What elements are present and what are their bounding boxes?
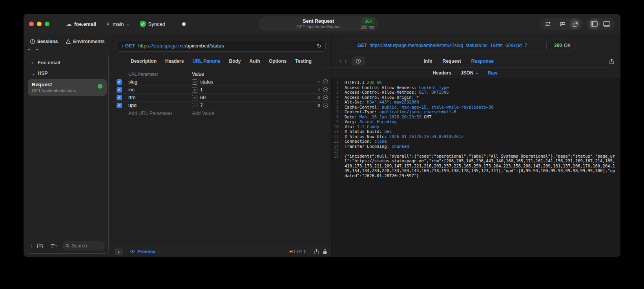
param-name-input[interactable]: rtm — [128, 95, 192, 100]
resend-request-icon[interactable]: ↻ — [317, 43, 321, 49]
branch-selector[interactable]: main ⌄ — [106, 21, 130, 27]
tab-body[interactable]: Body — [229, 58, 241, 64]
toggle-left-sidebar-button[interactable] — [589, 18, 600, 29]
response-method: GET — [358, 43, 367, 48]
code-line: 12X-Status-Now-Utc: 2026-01-26T20:29:59.… — [332, 134, 620, 139]
reorder-handle-icon[interactable]: ≡ — [317, 95, 320, 100]
remove-param-icon[interactable] — [323, 87, 328, 92]
cloud-icon: ☁ — [66, 20, 72, 27]
share-request-button[interactable] — [314, 249, 319, 254]
sort-options-button[interactable] — [51, 244, 58, 248]
add-param-row[interactable]: Add URL Parameter Add Value — [111, 109, 331, 117]
project-switcher[interactable]: ☁ foe.email — [66, 20, 96, 27]
line-text: Access-Control-Allow-Origin: * — [341, 95, 620, 100]
line-text: Vary: Accept-Encoding — [341, 119, 620, 124]
search-input[interactable] — [71, 243, 101, 249]
add-param-name-placeholder[interactable]: Add URL Parameter — [128, 111, 192, 116]
param-checkbox[interactable]: ✓ — [117, 95, 122, 100]
code-line: 7Content-Type: application/json; charset… — [332, 109, 620, 115]
expand-bottom-panel-button[interactable]: ▲ — [115, 249, 122, 254]
clock-icon — [356, 58, 361, 64]
param-name-input[interactable]: slug — [128, 79, 192, 85]
code-line: 16{"incidents":null,"overall":{"code":"o… — [332, 154, 620, 178]
request-url-bar[interactable]: ⇕ GET https://statuspage.me/api/embed/st… — [117, 40, 326, 52]
add-session-button[interactable]: + — [27, 47, 31, 53]
tab-sessions-label: Sessions — [37, 39, 58, 44]
footer-separator — [310, 249, 310, 255]
param-value-cell: =1 — [192, 87, 308, 93]
tree-item-foe-email[interactable]: › Foe.email — [26, 57, 108, 68]
new-folder-button[interactable] — [37, 243, 43, 249]
tab-response[interactable]: Response — [471, 58, 494, 64]
protocol-selector[interactable]: HTTP ⇕ — [289, 249, 306, 254]
zoom-window-button[interactable] — [45, 22, 49, 26]
line-number: 9 — [332, 119, 341, 124]
protocol-label: HTTP — [289, 249, 301, 254]
param-value-input[interactable]: status — [200, 79, 213, 85]
param-name-input[interactable]: upd — [128, 103, 192, 108]
tab-auth[interactable]: Auth — [250, 58, 260, 64]
export-response-button[interactable] — [609, 58, 614, 64]
tab-options[interactable]: Options — [269, 58, 286, 64]
tab-request[interactable]: Request — [442, 58, 461, 64]
subtab-json[interactable]: JSON ⌄ — [461, 70, 478, 76]
request-list-item-selected[interactable]: Request GET /api/embed/status — [28, 79, 107, 96]
add-param-value-placeholder[interactable]: Add Value — [192, 111, 308, 116]
tab-headers[interactable]: Headers — [165, 58, 184, 64]
tab-url-params[interactable]: URL Params — [192, 58, 220, 64]
remove-param-icon[interactable] — [323, 95, 328, 100]
remove-session-button[interactable]: − — [36, 47, 39, 53]
subtab-headers[interactable]: Headers — [432, 70, 451, 76]
reorder-handle-icon[interactable]: ≡ — [317, 87, 320, 93]
request-status-pill[interactable]: Sent Request GET /api/embed/status 200 2… — [258, 16, 378, 31]
response-status-code: 200 — [554, 43, 562, 48]
search-box[interactable] — [62, 241, 105, 251]
remove-param-icon[interactable] — [323, 103, 328, 108]
toggle-bottom-panel-button[interactable] — [601, 18, 612, 29]
param-checkbox[interactable]: ✓ — [117, 79, 122, 85]
param-value-input[interactable]: 7 — [200, 103, 203, 108]
param-checkbox[interactable]: ✓ — [117, 103, 122, 108]
sync-status[interactable]: ✓ Synced — [140, 21, 165, 27]
code-token: Mon, 26 Jan 2026 20:29:59 — [359, 115, 421, 119]
sessions-panel: › Foe.email ⌄ HSP Request GET /api/embed… — [26, 54, 109, 254]
history-back-button[interactable]: ‹ — [338, 58, 343, 64]
history-button[interactable] — [352, 56, 365, 66]
close-window-button[interactable] — [29, 22, 34, 26]
param-name-input[interactable]: inc — [128, 87, 192, 93]
tab-description[interactable]: Description — [131, 58, 157, 64]
subtab-raw[interactable]: Raw — [488, 70, 498, 76]
minimize-window-button[interactable] — [37, 22, 42, 26]
lock-icon — [323, 249, 327, 254]
line-number: 13 — [332, 139, 341, 144]
tab-info[interactable]: Info — [423, 58, 432, 64]
remove-param-icon[interactable] — [323, 79, 328, 84]
tab-testing[interactable]: Testing — [295, 58, 312, 64]
code-token: chunked — [392, 144, 409, 149]
line-number: 11 — [332, 129, 341, 134]
sidebar: Sessions Environments + − › Foe.email — [24, 34, 111, 257]
request-method[interactable]: GET — [125, 43, 135, 49]
import-export-button[interactable] — [569, 18, 580, 29]
lock-request-button[interactable] — [323, 249, 327, 254]
response-url-bar[interactable]: GET https://statuspage.me/api/embed/stat… — [338, 40, 547, 51]
tree-item-hsp[interactable]: ⌄ HSP — [26, 68, 108, 78]
preview-button[interactable]: </> Preview — [130, 249, 155, 254]
history-forward-button[interactable]: › — [343, 58, 348, 64]
param-value-input[interactable]: 1 — [200, 87, 203, 93]
param-value-input[interactable]: 60 — [200, 95, 206, 100]
sent-request-title: Sent Request — [303, 18, 334, 24]
param-checkbox[interactable]: ✓ — [117, 87, 122, 93]
add-request-button[interactable]: + — [30, 243, 33, 249]
response-body[interactable]: 1HTTP/1.1 200 OK2Access-Control-Allow-He… — [332, 78, 620, 257]
code-line: 13Connection: close — [332, 139, 620, 144]
reorder-handle-icon[interactable]: ≡ — [317, 79, 320, 85]
sync-branches-button[interactable] — [557, 18, 568, 29]
param-row-actions: ≡ — [308, 87, 328, 93]
request-log-button[interactable] — [542, 18, 553, 29]
tab-sessions[interactable]: Sessions — [30, 39, 58, 44]
tab-environments[interactable]: Environments — [66, 39, 104, 44]
branch-icon — [106, 21, 110, 27]
code-token: Access-Control-Allow-Methods: — [345, 90, 419, 95]
reorder-handle-icon[interactable]: ≡ — [317, 103, 320, 108]
